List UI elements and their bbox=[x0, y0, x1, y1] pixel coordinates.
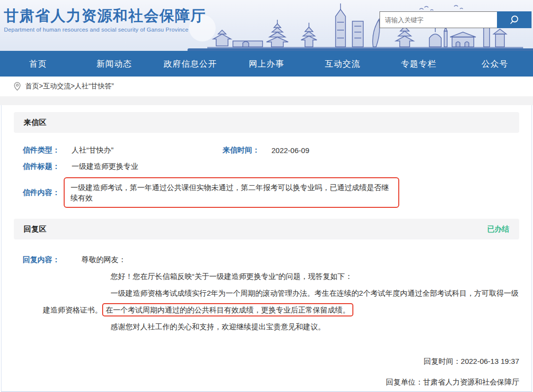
reply-unit-line: 回复单位：甘肃省人力资源和社会保障厅 bbox=[14, 372, 519, 392]
breadcrumb-text[interactable]: 首页>互动交流>人社“甘快答” bbox=[25, 82, 114, 91]
letter-section-header: 来信区 bbox=[14, 112, 519, 133]
search-input[interactable] bbox=[380, 11, 497, 28]
letter-type-label: 信件类型： bbox=[23, 146, 60, 155]
letter-meta-row: 信件类型： 人社“甘快办” 来信时间： 2022-06-09 bbox=[14, 146, 519, 155]
reply-time-label: 回复时间： bbox=[424, 357, 461, 365]
reply-content-label: 回复内容： bbox=[23, 251, 60, 268]
nav-item-news[interactable]: 新闻动态 bbox=[76, 51, 152, 77]
reply-unit-label: 回复单位： bbox=[386, 378, 423, 386]
header-base-stripe bbox=[188, 48, 533, 51]
reply-time-line: 回复时间：2022-06-13 19:37 bbox=[14, 351, 519, 372]
reply-time-value: 2022-06-13 19:37 bbox=[461, 357, 519, 365]
divider-strip bbox=[0, 96, 533, 105]
letter-content-highlight-box: 一级建造师考试，第一年通过公共课但实物未通过，第二年报考可以换专业吗，已通过成绩… bbox=[64, 177, 399, 208]
reply-section-title: 回复区 bbox=[24, 225, 47, 234]
reply-paragraph-3: 感谢您对人社工作的关心和支持，欢迎继续提出宝贵意见和建议。 bbox=[43, 318, 519, 335]
reply-paragraph-1: 您好！您在厅长信箱反映“关于一级建造师更换专业”的问题，现答复如下： bbox=[43, 268, 519, 285]
letter-section-title: 来信区 bbox=[24, 118, 47, 127]
site-header: 甘肃省人力资源和社会保障厅 Department of human resour… bbox=[0, 0, 533, 51]
nav-item-interaction[interactable]: 互动交流 bbox=[305, 51, 381, 77]
nav-item-special-topics[interactable]: 专题专栏 bbox=[381, 51, 457, 77]
letter-time-value: 2022-06-09 bbox=[271, 146, 309, 155]
letter-content-row: 信件内容： 一级建造师考试，第一年通过公共课但实物未通过，第二年报考可以换专业吗… bbox=[14, 177, 519, 208]
letter-subject-value: 一级建造师更换专业 bbox=[72, 162, 138, 171]
reply-unit-value: 甘肃省人力资源和社会保障厅 bbox=[423, 378, 519, 386]
letter-time-label: 来信时间： bbox=[223, 146, 260, 155]
nav-item-gov-info[interactable]: 政府信息公开 bbox=[152, 51, 228, 77]
letter-subject-label: 信件标题： bbox=[23, 162, 60, 171]
reply-meta: 回复时间：2022-06-13 19:37 回复单位：甘肃省人力资源和社会保障厅 bbox=[14, 351, 519, 392]
nav-item-home[interactable]: 首页 bbox=[0, 51, 76, 77]
letter-subject-row: 信件标题： 一级建造师更换专业 bbox=[14, 162, 519, 171]
search-button[interactable] bbox=[497, 11, 532, 28]
main-nav: 首页 新闻动态 政府信息公开 网上办事 互动交流 专题专栏 公众号 bbox=[0, 51, 533, 77]
location-pin-icon bbox=[14, 82, 21, 91]
search-bar bbox=[380, 11, 532, 28]
search-icon bbox=[509, 14, 520, 25]
site-subtitle: Department of human resources and social… bbox=[4, 27, 206, 33]
letter-time-field: 来信时间： 2022-06-09 bbox=[223, 146, 309, 155]
breadcrumb: 首页>互动交流>人社“甘快答” bbox=[0, 77, 533, 96]
reply-section-header: 回复区 已办结 bbox=[14, 219, 519, 239]
letter-content-label: 信件内容： bbox=[23, 188, 60, 197]
reply-content: 尊敬的网友： 您好！您在厅长信箱反映“关于一级建造师更换专业”的问题，现答复如下… bbox=[43, 251, 519, 335]
reply-content-row: 回复内容： 尊敬的网友： 您好！您在厅长信箱反映“关于一级建造师更换专业”的问题… bbox=[14, 251, 519, 335]
site-brand: 甘肃省人力资源和社会保障厅 Department of human resour… bbox=[4, 7, 206, 33]
letter-detail-card: 来信区 信件类型： 人社“甘快办” 来信时间： 2022-06-09 信件标题：… bbox=[1, 105, 532, 392]
reply-greeting: 尊敬的网友： bbox=[43, 251, 519, 268]
nav-item-online-services[interactable]: 网上办事 bbox=[228, 51, 305, 77]
status-badge: 已办结 bbox=[487, 225, 509, 234]
site-title: 甘肃省人力资源和社会保障厅 bbox=[4, 7, 206, 24]
reply-paragraph-2: 一级建造师资格考试成绩实行2年为一个周期的滚动管理办法。考生在连续的2个考试年度… bbox=[43, 285, 519, 318]
nav-item-official-account[interactable]: 公众号 bbox=[457, 51, 533, 77]
reply-highlight-box: 在一个考试周期内通过的的公共科目有效成绩，更换专业后正常保留成绩。 bbox=[102, 303, 353, 316]
letter-type-value: 人社“甘快办” bbox=[72, 146, 114, 155]
letter-type-field: 信件类型： 人社“甘快办” bbox=[23, 146, 223, 155]
